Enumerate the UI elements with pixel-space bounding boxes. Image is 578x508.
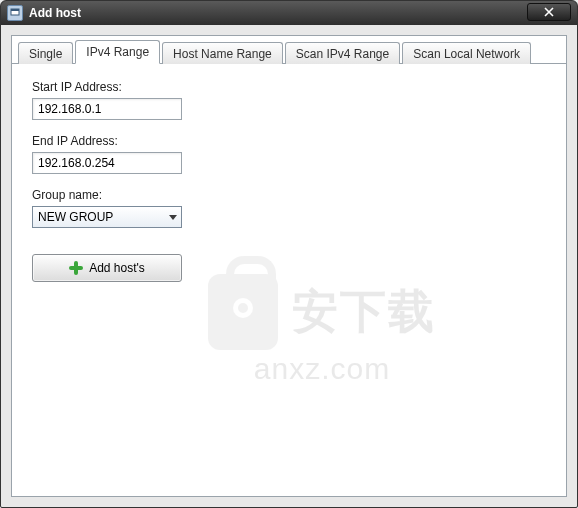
start-ip-label: Start IP Address: xyxy=(32,80,546,94)
tab-single[interactable]: Single xyxy=(18,42,73,64)
lock-icon xyxy=(208,274,278,350)
chevron-down-icon xyxy=(169,215,177,220)
end-ip-input[interactable] xyxy=(32,152,182,174)
tab-scan-ipv4-range[interactable]: Scan IPv4 Range xyxy=(285,42,400,64)
window-title: Add host xyxy=(29,6,81,20)
group-name-combobox[interactable]: NEW GROUP xyxy=(32,206,182,228)
app-icon xyxy=(7,5,23,21)
close-icon xyxy=(544,7,554,17)
tab-host-name-range[interactable]: Host Name Range xyxy=(162,42,283,64)
tabstrip: Single IPv4 Range Host Name Range Scan I… xyxy=(12,36,566,64)
titlebar: Add host xyxy=(1,1,577,25)
tab-ipv4-range[interactable]: IPv4 Range xyxy=(75,40,160,64)
start-ip-input[interactable] xyxy=(32,98,182,120)
svg-rect-1 xyxy=(11,9,19,11)
watermark-text-cn: 安下载 xyxy=(292,281,436,343)
add-hosts-label: Add host's xyxy=(89,261,145,275)
plus-icon xyxy=(69,261,83,275)
group-name-label: Group name: xyxy=(32,188,546,202)
add-host-window: Add host Single IPv4 Range Host Name Ran… xyxy=(0,0,578,508)
content-frame: Single IPv4 Range Host Name Range Scan I… xyxy=(11,35,567,497)
group-name-value: NEW GROUP xyxy=(38,210,113,224)
add-hosts-button[interactable]: Add host's xyxy=(32,254,182,282)
watermark: 安下载 anxz.com xyxy=(162,274,482,386)
close-button[interactable] xyxy=(527,3,571,21)
end-ip-label: End IP Address: xyxy=(32,134,546,148)
tab-scan-local-network[interactable]: Scan Local Network xyxy=(402,42,531,64)
tab-body: Start IP Address: End IP Address: Group … xyxy=(12,64,566,496)
watermark-text-en: anxz.com xyxy=(254,352,390,386)
